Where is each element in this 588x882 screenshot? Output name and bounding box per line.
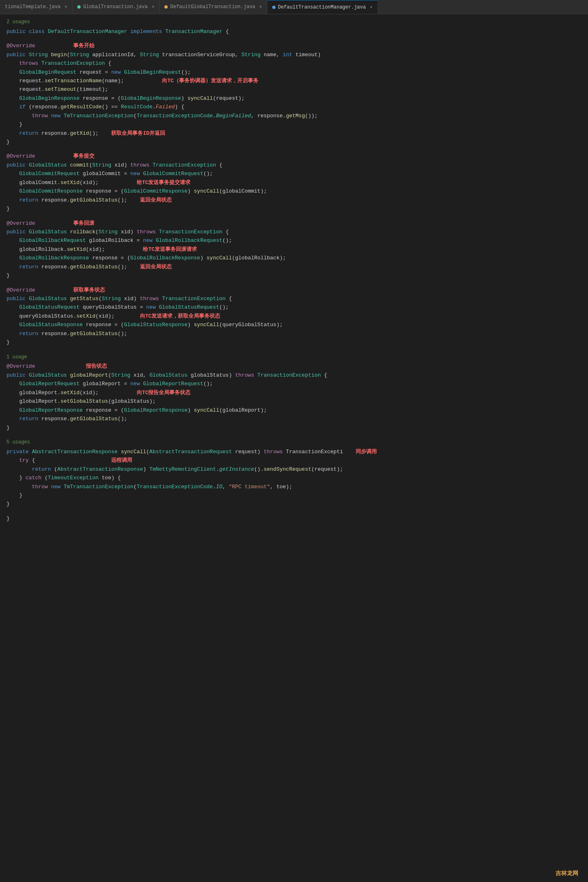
outer-close: } [0, 514, 588, 523]
begin-annotation: @Override 事务开始 [0, 42, 588, 50]
tab-globaltransaction[interactable]: GlobalTransaction.java × [72, 0, 160, 14]
getstatus-signature: public GlobalStatus getStatus(String xid… [0, 294, 588, 303]
synccall-close-2: } [0, 500, 588, 508]
tab-defaultglobaltransaction[interactable]: DefaultGlobalTransaction.java × [160, 0, 267, 14]
tab-close[interactable]: × [152, 4, 155, 9]
tab-bar: tionalTemplate.java × GlobalTransaction.… [0, 0, 588, 14]
synccall-try: try { 远程调用 [0, 456, 588, 465]
globalreport-body-5: return response.getGlobalStatus(); [0, 415, 588, 423]
begin-body-8: return response.getXid(); 获取全局事务ID并返回 [0, 129, 588, 138]
getstatus-body-2: queryGlobalStatus.setXid(xid); 向TC发送请求，获… [0, 312, 588, 320]
getstatus-body-3: GlobalStatusResponse response = (GlobalS… [0, 320, 588, 329]
begin-body-7: } [0, 120, 588, 129]
tab-tionaltemplate[interactable]: tionalTemplate.java × [0, 0, 72, 14]
globalreport-close: } [0, 423, 588, 432]
rollback-body-4: return response.getGlobalStatus(); 返回全局状… [0, 263, 588, 271]
class-decl: public class DefaultTransactionManager i… [0, 27, 588, 36]
getstatus-body-1: GlobalStatusRequest queryGlobalStatus = … [0, 303, 588, 312]
synccall-close-1: } [0, 491, 588, 500]
commit-signature: public GlobalStatus commit(String xid) t… [0, 161, 588, 169]
commit-annotation: @Override 事务提交 [0, 152, 588, 160]
tab-close[interactable]: × [259, 4, 262, 9]
globalreport-body-2: globalReport.setXid(xid); 向TC报告全局事务状态 [0, 388, 588, 397]
getstatus-close: } [0, 338, 588, 347]
begin-body-3: request.setTimeout(timeout); [0, 85, 588, 94]
tab-label: DefaultTransactionManager.java [278, 4, 366, 10]
tab-dot-blue [272, 6, 275, 9]
synccall-catch: } catch (TimeoutException toe) { [0, 474, 588, 482]
begin-body-1: GlobalBeginRequest request = new GlobalB… [0, 68, 588, 77]
begin-body-6: throw new TmTransactionException(Transac… [0, 112, 588, 120]
globalreport-body-4: GlobalReportResponse response = (GlobalR… [0, 406, 588, 415]
commit-body-2: globalCommit.setXid(xid); 给TC发送事务提交请求 [0, 178, 588, 187]
begin-signature: public String begin(String applicationId… [0, 50, 588, 59]
globalreport-body-1: GlobalReportRequest globalReport = new G… [0, 380, 588, 388]
rollback-body-1: GlobalRollbackRequest globalRollback = n… [0, 236, 588, 245]
getstatus-body-4: return response.getGlobalStatus(); [0, 329, 588, 338]
getstatus-annotation: @Override 获取事务状态 [0, 286, 588, 294]
tab-close[interactable]: × [65, 4, 68, 9]
begin-close: } [0, 138, 588, 146]
tab-dot-green [77, 5, 81, 9]
commit-close: } [0, 204, 588, 213]
rollback-annotation: @Override 事务回滚 [0, 219, 588, 228]
rollback-close: } [0, 271, 588, 280]
usages-mid: 1 usage [0, 353, 588, 362]
footer-brand: 吉林龙网 [555, 870, 578, 877]
globalreport-annotation: @Override 报告状态 [0, 362, 588, 371]
synccall-body-1: return (AbstractTransactionResponse) TmN… [0, 465, 588, 474]
begin-body-5: if (response.getResultCode() == ResultCo… [0, 103, 588, 111]
code-area: 2 usages public class DefaultTransaction… [0, 14, 588, 526]
synccall-throw: throw new TmTransactionException(Transac… [0, 483, 588, 491]
globalreport-body-3: globalReport.setGlobalStatus(globalStatu… [0, 397, 588, 406]
commit-body-1: GlobalCommitRequest globalCommit = new G… [0, 169, 588, 178]
tab-label: DefaultGlobalTransaction.java [170, 4, 255, 10]
tab-dot-orange [164, 5, 168, 9]
begin-throws: throws TransactionException { [0, 59, 588, 68]
tab-close[interactable]: × [370, 5, 373, 10]
usages-synccall: 5 usages [0, 438, 588, 448]
tab-label: tionalTemplate.java [5, 4, 61, 10]
synccall-signature: private AbstractTransactionResponse sync… [0, 448, 588, 456]
usages-top: 2 usages [0, 18, 588, 27]
tab-defaulttransactionmanager[interactable]: DefaultTransactionManager.java × [267, 0, 378, 14]
tab-label: GlobalTransaction.java [83, 4, 147, 10]
begin-body-2: request.setTransactionName(name); 向TC（事务… [0, 77, 588, 85]
rollback-signature: public GlobalStatus rollback(String xid)… [0, 228, 588, 236]
commit-body-3: GlobalCommitResponse response = (GlobalC… [0, 187, 588, 195]
begin-body-4: GlobalBeginResponse response = (GlobalBe… [0, 94, 588, 103]
rollback-body-3: GlobalRollbackResponse response = (Globa… [0, 254, 588, 262]
rollback-body-2: globalRollback.setXid(xid); 给TC发送事务回滚请求 [0, 245, 588, 254]
commit-body-4: return response.getGlobalStatus(); 返回全局状… [0, 196, 588, 204]
globalreport-signature: public GlobalStatus globalReport(String … [0, 371, 588, 380]
